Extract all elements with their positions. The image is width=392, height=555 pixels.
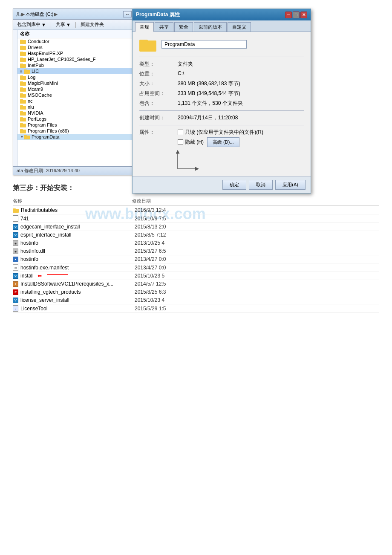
hidden-row: 隐藏 (H) 高级 (D)... <box>178 137 304 147</box>
file-name: PerfLogs <box>28 116 46 121</box>
file-name: Program Files <box>28 122 57 127</box>
file-name-cell: V install ⬅ <box>13 273 132 279</box>
file-name: install <box>20 273 34 279</box>
path-root: 几 <box>16 11 20 17</box>
folder-icon <box>20 75 26 80</box>
share-button[interactable]: 共享 ▼ <box>55 21 72 28</box>
list-item[interactable]: ◉ hostInfo.dll 2015/3/27 6:5 <box>13 247 379 255</box>
doc-icon: L <box>13 305 18 312</box>
list-item[interactable]: I InstallDSSoftwareVC11Prerequisites_x..… <box>13 280 379 288</box>
v-icon: V <box>13 298 18 303</box>
apply-button[interactable]: 应用(A) <box>275 180 306 190</box>
folder-icon <box>24 134 30 139</box>
folder-icon <box>20 51 26 56</box>
list-item[interactable]: L LicenseTool 2015/5/29 1:5 <box>13 304 379 313</box>
file-date: 2015/8/25 6:3 <box>135 289 203 295</box>
file-name: MSOCache <box>28 92 52 98</box>
tab-security[interactable]: 安全 <box>174 22 193 32</box>
list-item[interactable]: ■ hostinfo 2013/4/27 0:0 <box>13 255 379 263</box>
bottom-file-list: 名称 修改日期 Redistributables 2016/9/3 12:4 7… <box>13 197 379 313</box>
prop-row-attributes: 属性： 只读 (仅应用于文件夹中的文件)(R) 隐藏 (H) 高级 (D)... <box>139 129 304 147</box>
tab-previous-versions-label: 以前的版本 <box>199 24 222 29</box>
folder-icon-row <box>139 37 304 52</box>
attributes-area: 只读 (仅应用于文件夹中的文件)(R) 隐藏 (H) 高级 (D)... <box>178 129 304 147</box>
prop-used-label: 占用空间： <box>139 90 178 97</box>
big-folder-icon <box>139 37 156 52</box>
list-item[interactable]: V license_server_install 2015/10/23 4 <box>13 296 379 304</box>
file-date: 2013/10/25 4 <box>135 240 203 246</box>
list-item[interactable]: ◉ hostinfo 2013/10/25 4 <box>13 239 379 247</box>
file-name-cell: ▤ hostinfo.exe.manifest <box>13 264 132 271</box>
scroll-indicator: ≡ <box>20 69 22 74</box>
file-name: Mcam9 <box>28 87 43 92</box>
prop-row-location: 位置： C:\ <box>139 70 304 78</box>
file-name-cell: ◉ hostInfo.dll <box>13 248 132 254</box>
prop-row-created: 创建时间： 2009年7月14日，11:20:08 <box>139 114 304 121</box>
include-library-button[interactable]: 包含到库中 ▼ <box>16 21 47 28</box>
svg-marker-1 <box>195 167 199 171</box>
list-item[interactable]: Redistributables 2016/9/3 12:4 <box>13 206 379 214</box>
doc-icon <box>13 215 18 222</box>
folder-icon <box>20 98 26 104</box>
ok-button[interactable]: 确定 <box>222 180 246 190</box>
tab-share[interactable]: 共享 <box>155 22 173 32</box>
file-name-cell: L LicenseTool <box>13 305 132 312</box>
folder-icon <box>13 208 19 213</box>
prop-contains-label: 包含： <box>139 100 178 107</box>
tab-general[interactable]: 常规 <box>135 22 154 32</box>
list-item[interactable]: V edgecam_interface_install 2015/8/13 2:… <box>13 223 379 231</box>
file-date: 2015/10/9 7:5 <box>135 216 203 222</box>
list-item-install[interactable]: V install ⬅ 2015/10/23 5 <box>13 272 379 280</box>
dialog-maximize-button[interactable]: □ <box>293 12 300 18</box>
folder-name-input[interactable] <box>161 40 247 49</box>
folder-icon <box>20 110 26 116</box>
hidden-label: 隐藏 (H) <box>185 139 204 146</box>
install-icon: I <box>13 281 18 287</box>
list-item[interactable]: V esprit_interface_install 2015/8/5 7:12 <box>13 231 379 239</box>
file-name: esprit_interface_install <box>20 232 71 238</box>
file-name: hostinfo <box>20 256 38 262</box>
file-name: niu <box>28 104 34 110</box>
file-name-cell: V esprit_interface_install <box>13 232 132 238</box>
prop-type-label: 类型： <box>139 61 178 68</box>
new-folder-label: 新建文件夹 <box>81 21 104 28</box>
folder-icon <box>20 63 26 68</box>
new-folder-button[interactable]: 新建文件夹 <box>79 21 105 28</box>
col-header-name: 名称 <box>13 198 132 204</box>
include-library-arrow: ▼ <box>41 22 46 27</box>
file-name: MagicPlusMini <box>28 81 58 86</box>
arrow-annotation-area <box>139 150 304 171</box>
file-date: 2015/10/23 4 <box>135 297 203 303</box>
explorer-sidebar <box>13 30 17 166</box>
dialog-footer: 确定 取消 应用(A) <box>133 176 311 193</box>
prop-row-used: 占用空间： 333 MB (349,548,544 字节) <box>139 90 304 97</box>
prop-created-value: 2009年7月14日，11:20:08 <box>178 114 304 121</box>
file-name: Drivers <box>28 45 43 50</box>
hidden-checkbox[interactable] <box>178 139 183 145</box>
share-label: 共享 <box>56 21 65 28</box>
nav-back-button[interactable]: ↔ <box>123 11 132 17</box>
list-item[interactable]: P installing_cgtech_products 2015/8/25 6… <box>13 288 379 296</box>
share-arrow: ▼ <box>66 22 71 27</box>
dialog-minimize-button[interactable]: ─ <box>285 12 292 18</box>
dialog-body: 类型： 文件夹 位置： C:\ 大小： 380 MB (398,682,183 … <box>133 32 311 176</box>
statusbar-text: ata 修改日期: 2016/8/29 14:40 <box>17 168 80 173</box>
file-date: 2015/5/29 1:5 <box>135 306 203 312</box>
folder-icon <box>20 122 26 127</box>
file-name: LIC <box>32 69 39 74</box>
file-name: installing_cgtech_products <box>20 289 81 295</box>
cancel-button[interactable]: 取消 <box>249 180 273 190</box>
file-name: LicenseTool <box>20 306 47 312</box>
file-name: ProgramData <box>32 134 59 139</box>
tab-previous-versions[interactable]: 以前的版本 <box>194 22 227 32</box>
file-name: 741 <box>20 216 29 222</box>
list-item[interactable]: 741 2015/10/9 7:5 <box>13 214 379 223</box>
v-icon: V <box>13 232 18 238</box>
v-icon: V <box>13 224 18 230</box>
folder-icon <box>24 69 30 74</box>
dialog-close-button[interactable]: ✕ <box>300 12 307 18</box>
readonly-checkbox[interactable] <box>178 130 183 135</box>
advanced-button[interactable]: 高级 (D)... <box>207 137 239 147</box>
tab-customize[interactable]: 自定义 <box>228 22 251 32</box>
install-arrow: ⬅ <box>37 273 42 279</box>
